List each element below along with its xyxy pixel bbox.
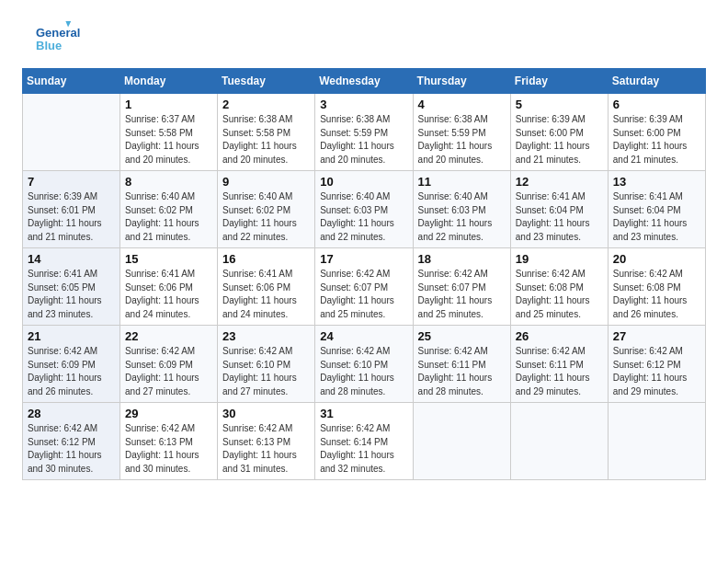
day-info: Sunrise: 6:38 AMSunset: 5:59 PMDaylight:… <box>418 113 506 167</box>
day-info: Sunrise: 6:38 AMSunset: 5:58 PMDaylight:… <box>222 113 310 167</box>
day-number: 22 <box>125 329 212 343</box>
day-info: Sunrise: 6:41 AMSunset: 6:06 PMDaylight:… <box>125 268 212 321</box>
day-info: Sunrise: 6:39 AMSunset: 6:00 PMDaylight:… <box>516 113 603 167</box>
logo-icon: General Blue <box>22 22 86 59</box>
day-number: 10 <box>320 175 407 189</box>
calendar-cell: 29Sunrise: 6:42 AMSunset: 6:13 PMDayligh… <box>120 403 218 480</box>
day-info: Sunrise: 6:42 AMSunset: 6:11 PMDaylight:… <box>418 345 506 398</box>
calendar-cell: 28Sunrise: 6:42 AMSunset: 6:12 PMDayligh… <box>23 403 120 480</box>
calendar-cell: 19Sunrise: 6:42 AMSunset: 6:08 PMDayligh… <box>510 248 608 326</box>
day-info: Sunrise: 6:42 AMSunset: 6:12 PMDaylight:… <box>613 345 700 398</box>
calendar-cell: 22Sunrise: 6:42 AMSunset: 6:09 PMDayligh… <box>120 326 218 403</box>
calendar-cell: 16Sunrise: 6:41 AMSunset: 6:06 PMDayligh… <box>218 248 315 326</box>
calendar-cell: 3Sunrise: 6:38 AMSunset: 5:59 PMDaylight… <box>315 94 413 171</box>
calendar-cell: 11Sunrise: 6:40 AMSunset: 6:03 PMDayligh… <box>413 171 510 248</box>
col-header-friday: Friday <box>510 69 608 94</box>
svg-text:Blue: Blue <box>36 39 62 52</box>
calendar-cell: 10Sunrise: 6:40 AMSunset: 6:03 PMDayligh… <box>315 171 413 248</box>
day-number: 24 <box>320 329 407 343</box>
calendar-cell <box>608 403 705 480</box>
calendar-cell: 17Sunrise: 6:42 AMSunset: 6:07 PMDayligh… <box>315 248 413 326</box>
day-info: Sunrise: 6:42 AMSunset: 6:09 PMDaylight:… <box>28 345 115 398</box>
calendar-cell: 6Sunrise: 6:39 AMSunset: 6:00 PMDaylight… <box>608 94 705 171</box>
day-info: Sunrise: 6:41 AMSunset: 6:06 PMDaylight:… <box>222 268 310 321</box>
day-number: 15 <box>125 252 212 266</box>
day-number: 1 <box>125 98 212 111</box>
calendar-cell: 13Sunrise: 6:41 AMSunset: 6:04 PMDayligh… <box>608 171 705 248</box>
svg-text:General: General <box>36 26 80 40</box>
day-info: Sunrise: 6:42 AMSunset: 6:10 PMDaylight:… <box>320 345 407 398</box>
day-info: Sunrise: 6:38 AMSunset: 5:59 PMDaylight:… <box>320 113 407 167</box>
day-info: Sunrise: 6:42 AMSunset: 6:13 PMDaylight:… <box>222 422 310 476</box>
day-number: 18 <box>418 252 506 266</box>
col-header-saturday: Saturday <box>608 69 705 94</box>
day-info: Sunrise: 6:42 AMSunset: 6:13 PMDaylight:… <box>125 422 212 476</box>
day-info: Sunrise: 6:41 AMSunset: 6:04 PMDaylight:… <box>516 190 603 244</box>
day-number: 26 <box>516 329 603 343</box>
day-info: Sunrise: 6:41 AMSunset: 6:05 PMDaylight:… <box>28 268 115 321</box>
day-number: 11 <box>418 175 506 189</box>
day-number: 29 <box>125 407 212 420</box>
day-info: Sunrise: 6:42 AMSunset: 6:11 PMDaylight:… <box>516 345 603 398</box>
day-number: 5 <box>516 98 603 111</box>
calendar-cell: 27Sunrise: 6:42 AMSunset: 6:12 PMDayligh… <box>608 326 705 403</box>
day-info: Sunrise: 6:40 AMSunset: 6:02 PMDaylight:… <box>222 190 310 244</box>
calendar-cell: 24Sunrise: 6:42 AMSunset: 6:10 PMDayligh… <box>315 326 413 403</box>
calendar-table: SundayMondayTuesdayWednesdayThursdayFrid… <box>22 68 706 480</box>
day-number: 14 <box>28 252 115 266</box>
day-number: 7 <box>28 175 115 189</box>
day-number: 16 <box>222 252 310 266</box>
col-header-wednesday: Wednesday <box>315 69 413 94</box>
day-number: 25 <box>418 329 506 343</box>
day-info: Sunrise: 6:42 AMSunset: 6:12 PMDaylight:… <box>28 422 115 476</box>
calendar-cell: 20Sunrise: 6:42 AMSunset: 6:08 PMDayligh… <box>608 248 705 326</box>
day-number: 2 <box>222 98 310 111</box>
day-number: 4 <box>418 98 506 111</box>
calendar-cell: 18Sunrise: 6:42 AMSunset: 6:07 PMDayligh… <box>413 248 510 326</box>
calendar-cell: 8Sunrise: 6:40 AMSunset: 6:02 PMDaylight… <box>120 171 218 248</box>
day-number: 21 <box>28 329 115 343</box>
day-number: 6 <box>613 98 700 111</box>
calendar-cell: 15Sunrise: 6:41 AMSunset: 6:06 PMDayligh… <box>120 248 218 326</box>
day-info: Sunrise: 6:37 AMSunset: 5:58 PMDaylight:… <box>125 113 212 167</box>
calendar-cell <box>23 94 120 171</box>
day-info: Sunrise: 6:39 AMSunset: 6:00 PMDaylight:… <box>613 113 700 167</box>
day-number: 30 <box>222 407 310 420</box>
col-header-tuesday: Tuesday <box>218 69 315 94</box>
header: General Blue <box>22 18 706 59</box>
day-info: Sunrise: 6:42 AMSunset: 6:14 PMDaylight:… <box>320 422 407 476</box>
day-number: 19 <box>516 252 603 266</box>
calendar-cell: 5Sunrise: 6:39 AMSunset: 6:00 PMDaylight… <box>510 94 608 171</box>
day-info: Sunrise: 6:42 AMSunset: 6:07 PMDaylight:… <box>320 268 407 321</box>
day-info: Sunrise: 6:42 AMSunset: 6:07 PMDaylight:… <box>418 268 506 321</box>
day-number: 9 <box>222 175 310 189</box>
calendar-cell: 9Sunrise: 6:40 AMSunset: 6:02 PMDaylight… <box>218 171 315 248</box>
day-info: Sunrise: 6:40 AMSunset: 6:03 PMDaylight:… <box>320 190 407 244</box>
day-number: 23 <box>222 329 310 343</box>
day-info: Sunrise: 6:39 AMSunset: 6:01 PMDaylight:… <box>28 190 115 244</box>
calendar-cell: 21Sunrise: 6:42 AMSunset: 6:09 PMDayligh… <box>23 326 120 403</box>
calendar-cell: 31Sunrise: 6:42 AMSunset: 6:14 PMDayligh… <box>315 403 413 480</box>
day-info: Sunrise: 6:42 AMSunset: 6:10 PMDaylight:… <box>222 345 310 398</box>
calendar-cell: 25Sunrise: 6:42 AMSunset: 6:11 PMDayligh… <box>413 326 510 403</box>
logo: General Blue <box>22 18 86 59</box>
day-number: 31 <box>320 407 407 420</box>
day-number: 3 <box>320 98 407 111</box>
col-header-monday: Monday <box>120 69 218 94</box>
calendar-cell: 7Sunrise: 6:39 AMSunset: 6:01 PMDaylight… <box>23 171 120 248</box>
calendar-cell: 12Sunrise: 6:41 AMSunset: 6:04 PMDayligh… <box>510 171 608 248</box>
day-number: 13 <box>613 175 700 189</box>
calendar-cell: 26Sunrise: 6:42 AMSunset: 6:11 PMDayligh… <box>510 326 608 403</box>
calendar-cell: 4Sunrise: 6:38 AMSunset: 5:59 PMDaylight… <box>413 94 510 171</box>
col-header-sunday: Sunday <box>23 69 120 94</box>
col-header-thursday: Thursday <box>413 69 510 94</box>
day-number: 12 <box>516 175 603 189</box>
calendar-cell: 14Sunrise: 6:41 AMSunset: 6:05 PMDayligh… <box>23 248 120 326</box>
day-info: Sunrise: 6:40 AMSunset: 6:03 PMDaylight:… <box>418 190 506 244</box>
day-info: Sunrise: 6:40 AMSunset: 6:02 PMDaylight:… <box>125 190 212 244</box>
calendar-cell: 23Sunrise: 6:42 AMSunset: 6:10 PMDayligh… <box>218 326 315 403</box>
calendar-cell <box>510 403 608 480</box>
day-info: Sunrise: 6:42 AMSunset: 6:08 PMDaylight:… <box>516 268 603 321</box>
day-info: Sunrise: 6:42 AMSunset: 6:08 PMDaylight:… <box>613 268 700 321</box>
day-number: 17 <box>320 252 407 266</box>
